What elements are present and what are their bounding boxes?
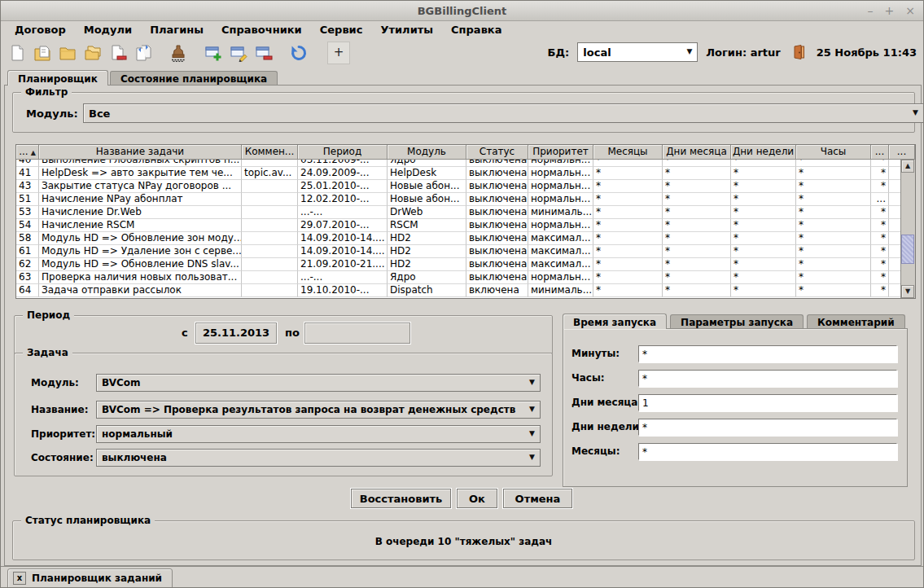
column-header[interactable]: Название задачи bbox=[39, 145, 242, 160]
edit-window-icon[interactable] bbox=[229, 43, 248, 63]
table-row[interactable]: 61Модуль HD => Удаление зон с серве...14… bbox=[16, 245, 901, 258]
ok-button[interactable]: Ок bbox=[457, 489, 497, 508]
tab-run-time[interactable]: Время запуска bbox=[563, 314, 667, 329]
column-header[interactable]: ... bbox=[871, 145, 889, 160]
table-row[interactable]: 41HelpDesk => авто закрытие тем че...top… bbox=[16, 167, 901, 180]
task-module-select[interactable]: BVCom ▼ bbox=[96, 374, 541, 392]
scrollbar-thumb[interactable] bbox=[901, 235, 914, 264]
week-days-input[interactable] bbox=[638, 419, 897, 436]
copy-document-icon[interactable] bbox=[134, 43, 153, 63]
maximize-button[interactable]: + bbox=[885, 1, 895, 20]
months-input[interactable] bbox=[638, 443, 897, 460]
table-cell-month_days: * bbox=[663, 258, 731, 271]
table-cell-month_days: * bbox=[663, 245, 731, 258]
logout-door-icon[interactable] bbox=[789, 42, 808, 62]
table-row[interactable]: 40Выполнение глобальных скриптов п...03.… bbox=[16, 160, 901, 167]
close-button[interactable]: × bbox=[905, 1, 915, 20]
month-days-input[interactable] bbox=[638, 394, 897, 411]
task-priority-select[interactable]: нормальный ▼ bbox=[96, 425, 541, 443]
table-cell-months: * bbox=[593, 245, 663, 258]
table-row[interactable]: 54Начисление RSCM29.07.2010-...RSCMвыклю… bbox=[16, 219, 901, 232]
menu-item[interactable]: Договор bbox=[7, 22, 73, 37]
stamp-icon[interactable] bbox=[169, 43, 188, 63]
period-to-field[interactable] bbox=[304, 323, 410, 344]
add-window-icon[interactable] bbox=[204, 43, 223, 63]
table-cell-filler bbox=[889, 284, 901, 297]
table-cell-filler bbox=[889, 232, 901, 245]
folders-icon[interactable] bbox=[83, 43, 103, 63]
table-cell-name: Проверка наличия новых пользоват... bbox=[39, 271, 242, 284]
menu-item[interactable]: Модули bbox=[77, 22, 139, 37]
minimize-button[interactable]: – bbox=[868, 1, 874, 20]
add-toolbar-button[interactable]: + bbox=[327, 42, 350, 64]
title-bar[interactable]: BGBillingClient – + × bbox=[1, 1, 923, 21]
tab-scheduler[interactable]: Планировщик bbox=[7, 70, 108, 86]
column-header[interactable]: ...▲ bbox=[16, 145, 39, 160]
table-cell-id: 64 bbox=[16, 284, 39, 297]
new-document-icon[interactable] bbox=[7, 43, 27, 63]
table-cell-status: выключена bbox=[466, 193, 528, 206]
table-row[interactable]: 43Закрытие статуса NPay договоров ...25.… bbox=[16, 180, 901, 193]
tab-scheduler-state[interactable]: Состояние планировщика bbox=[110, 71, 278, 86]
column-header[interactable]: ... bbox=[889, 145, 915, 160]
table-cell-months: * bbox=[593, 219, 663, 232]
hours-input[interactable] bbox=[638, 370, 897, 387]
tab-comment[interactable]: Комментарий bbox=[807, 314, 905, 329]
menu-bar: ДоговорМодулиПлагиныСправочникиСервисУти… bbox=[1, 21, 924, 38]
tab-run-params[interactable]: Параметры запуска bbox=[670, 314, 804, 329]
folder-icon[interactable] bbox=[58, 43, 77, 63]
chevron-down-icon: ▼ bbox=[686, 47, 692, 55]
column-header[interactable]: Статус bbox=[466, 145, 528, 160]
table-row[interactable]: 62Модуль HD => Обновление DNS slav...21.… bbox=[16, 258, 901, 271]
table-cell-month_days: * bbox=[663, 160, 731, 167]
table-row[interactable]: 51Начисление NPay абонплат12.02.2010-...… bbox=[16, 193, 901, 206]
table-cell-filler bbox=[889, 219, 901, 232]
bottom-tab-scheduler-tasks[interactable]: x Планировщик заданий bbox=[7, 568, 173, 588]
vertical-scrollbar[interactable]: ▲ ▼ bbox=[900, 160, 915, 298]
open-document-icon[interactable] bbox=[33, 43, 52, 63]
period-from-field[interactable]: 25.11.2013 bbox=[195, 323, 277, 344]
table-row[interactable]: 63Проверка наличия новых пользоват......… bbox=[16, 271, 901, 284]
minutes-input[interactable] bbox=[638, 345, 897, 362]
table-cell-extra: * bbox=[871, 232, 889, 245]
table-cell-months: * bbox=[593, 271, 663, 284]
column-header[interactable]: Месяцы bbox=[593, 145, 663, 160]
task-name-select[interactable]: BVCom => Проверка результатов запроса на… bbox=[96, 401, 541, 419]
column-header[interactable]: Дни недели bbox=[731, 145, 796, 160]
table-row[interactable]: 64Задача отправки рассылок19.10.2010-...… bbox=[16, 284, 901, 297]
remove-window-icon[interactable] bbox=[254, 43, 274, 63]
table-cell-period: 14.09.2010-14.... bbox=[298, 245, 388, 258]
menu-item[interactable]: Справка bbox=[444, 22, 509, 37]
scroll-up-button[interactable]: ▲ bbox=[901, 160, 914, 173]
table-cell-week_days: * bbox=[731, 284, 796, 297]
db-select[interactable]: local ▼ bbox=[577, 42, 698, 62]
column-header[interactable]: Модуль bbox=[388, 145, 466, 160]
scroll-down-button[interactable]: ▼ bbox=[901, 285, 914, 298]
menu-item[interactable]: Сервис bbox=[313, 22, 370, 37]
remove-document-icon[interactable] bbox=[108, 43, 128, 63]
close-tab-icon[interactable]: x bbox=[13, 572, 26, 585]
column-header[interactable]: Дни месяца bbox=[663, 145, 731, 160]
filter-module-value: Все bbox=[89, 108, 110, 120]
column-header[interactable]: Период bbox=[298, 145, 388, 160]
table-cell-filler bbox=[889, 193, 901, 206]
column-header[interactable]: Приоритет bbox=[528, 145, 593, 160]
table-cell-filler bbox=[889, 167, 901, 180]
table-cell-status: выключена bbox=[466, 206, 528, 219]
menu-item[interactable]: Плагины bbox=[142, 22, 211, 37]
table-cell-month_days: * bbox=[663, 232, 731, 245]
table-cell-module: Ядро bbox=[388, 271, 466, 284]
table-row[interactable]: 58Модуль HD => Обновление зон моду...14.… bbox=[16, 232, 901, 245]
table-row[interactable]: 53Начисление Dr.Web...-...DrWebвыключена… bbox=[16, 206, 901, 219]
restore-button[interactable]: Восстановить bbox=[351, 489, 451, 508]
table-cell-hours: * bbox=[796, 193, 871, 206]
task-state-select[interactable]: выключена ▼ bbox=[96, 449, 541, 467]
menu-item[interactable]: Справочники bbox=[214, 22, 309, 37]
refresh-icon[interactable] bbox=[289, 43, 309, 63]
menu-item[interactable]: Утилиты bbox=[373, 22, 440, 37]
filter-module-select[interactable]: Все ▼ bbox=[83, 103, 924, 123]
cancel-button[interactable]: Отмена bbox=[503, 489, 572, 508]
period-groupbox: Период с 25.11.2013 по bbox=[14, 315, 553, 354]
column-header[interactable]: Часы bbox=[796, 145, 871, 160]
column-header[interactable]: Коммен... bbox=[242, 145, 298, 160]
